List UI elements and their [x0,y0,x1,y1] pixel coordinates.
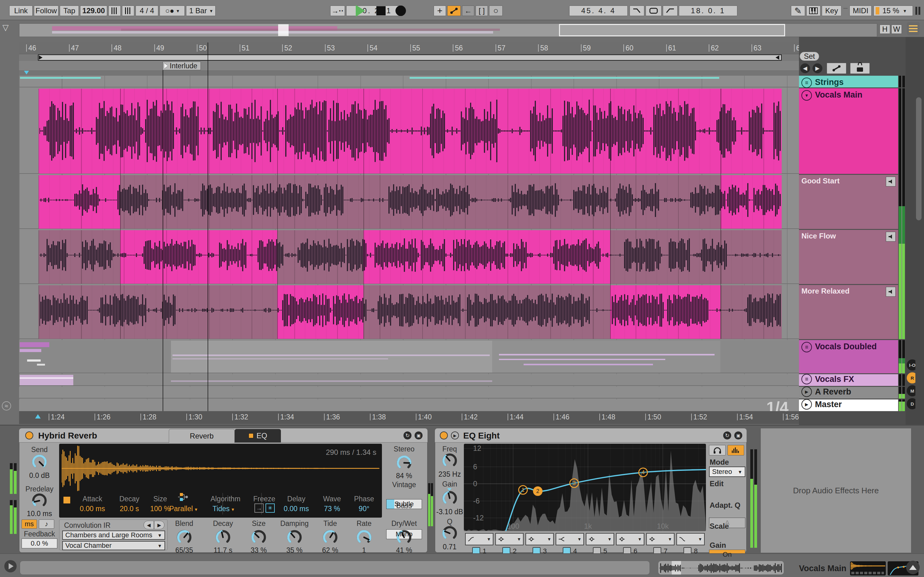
follow-playhead-button[interactable]: →·· [330,6,345,16]
clip-overview-strip[interactable] [658,561,784,575]
damping-knob-group[interactable]: Damping 35 % [276,519,313,554]
track-header-master[interactable]: ▶ Master [799,400,898,411]
audition-take-button[interactable] [886,177,896,187]
time-label[interactable]: 1:38 [370,414,386,421]
spectrum-toggle-button[interactable] [727,445,744,455]
time-label[interactable]: 1:28 [141,414,157,421]
predelay-knob[interactable] [31,492,48,509]
a-reverb-row[interactable] [19,387,799,398]
midi-map-button[interactable]: MIDI [850,6,872,16]
master-row[interactable] [19,400,799,411]
capture-midi-button[interactable]: [ ] [475,6,488,16]
strings-clip-segment[interactable] [410,77,719,79]
save-preset-button[interactable]: ▣ [734,432,742,440]
tab-eq[interactable]: EQ [235,429,281,443]
punch-in-button[interactable] [630,6,645,16]
arrangement-overview[interactable] [19,23,877,37]
bar-number[interactable]: 47 [69,44,79,52]
loop-end-handle[interactable] [775,55,779,60]
time-label[interactable]: 1:52 [691,414,707,421]
bar-number[interactable]: 46 [26,44,36,52]
group-fold-icon[interactable]: ≡ [801,374,812,384]
band-filter-type-dropdown[interactable]: ▼ [586,533,614,545]
audition-take-button[interactable] [886,232,896,242]
ir-next-button[interactable]: ▸ [154,521,165,529]
decay-value[interactable]: 20.0 s [120,504,139,513]
band-filter-type-dropdown[interactable]: ▼ [646,533,675,545]
band-filter-type-dropdown[interactable]: ▼ [616,533,645,545]
time-label[interactable]: 1:42 [462,414,478,421]
gain-knob[interactable] [441,490,458,506]
blend-knob[interactable] [176,529,192,546]
hamburger-menu-button[interactable] [907,22,920,35]
algorithm-value[interactable]: Tides ▾ [213,504,234,513]
time-label[interactable]: 1:24 [48,414,65,421]
record-button[interactable] [393,4,409,17]
decay-knob-group[interactable]: Decay 11.7 s [205,519,241,554]
vocals-fx-row[interactable] [19,374,799,386]
midi-clip-block[interactable] [171,341,492,373]
bar-number[interactable]: 60 [624,44,633,52]
cpu-meter[interactable]: 15 %▾ [874,6,913,16]
bar-number[interactable]: 50 [197,44,207,52]
track-header-strings[interactable]: ≡ Strings [799,76,898,87]
time-label[interactable]: 1:30 [186,414,202,421]
set-locator-button[interactable]: Set [800,52,819,61]
fx-clip[interactable] [20,375,73,385]
hotswap-button[interactable]: ↻ [404,432,412,440]
bar-number[interactable]: 64 [794,44,799,52]
band-filter-type-dropdown[interactable]: ▼ [525,533,554,545]
strings-clip-segment[interactable] [20,77,101,79]
follow-behavior-icon[interactable]: ≈ [2,401,11,411]
next-locator-button[interactable]: ▶ [813,63,822,73]
tempo-field[interactable]: 129.00 [80,6,107,16]
time-label[interactable]: 1:56 [783,414,799,421]
size-knob[interactable] [250,529,267,546]
predelay-value[interactable]: 10.0 ms [27,509,52,518]
eq-curve-display[interactable]: 1 2 3 41260-6-121001k10k [464,444,706,531]
rate-knob-group[interactable]: Rate 1 [346,519,383,554]
q-value[interactable]: 0.71 [443,543,457,551]
track-header-vocals-doubled[interactable]: ≡ Vocals Doubled [799,340,898,373]
band-filter-type-dropdown[interactable]: ▼ [556,533,584,545]
nudge-up-button[interactable] [122,6,134,16]
tab-reverb[interactable]: Reverb [169,429,235,443]
overview-width-button[interactable]: W [891,25,902,34]
bar-number[interactable]: 52 [282,44,292,52]
delay-value[interactable]: 0.00 ms [284,504,309,513]
time-label[interactable]: 1:34 [278,414,294,421]
prev-locator-button[interactable]: ◀ [800,63,810,73]
vertical-scrollbar[interactable] [915,76,922,411]
track-header-vocals-fx[interactable]: ≡ Vocals FX [799,374,898,386]
routing-icon[interactable] [176,492,191,501]
mode-dropdown[interactable]: Stereo▼ [709,467,745,477]
midi-clip-block[interactable] [492,341,720,373]
device-title[interactable]: EQ Eight [463,431,499,441]
attack-value[interactable]: 0.00 ms [80,504,105,513]
freeze-button[interactable]: ✳ [265,503,275,513]
time-ruler[interactable]: 1:241:261:281:301:321:341:361:381:401:42… [19,411,799,424]
time-signature-field[interactable]: 4 / 4 [136,6,158,16]
time-label[interactable]: 1:26 [95,414,111,421]
bar-number[interactable]: 58 [538,44,548,52]
unfold-master-icon[interactable]: ▶ [801,399,812,409]
take-header-nice-flow[interactable]: Nice Flow [799,230,898,284]
preview-play-button[interactable] [4,560,17,572]
predelay-ms-toggle[interactable]: ms [21,519,37,529]
group-fold-icon[interactable]: ≡ [801,342,812,352]
bar-number[interactable]: 62 [709,44,719,52]
time-label[interactable]: 1:46 [554,414,570,421]
track-header-a-reverb[interactable]: ▶ A Reverb [799,387,898,398]
hotswap-button[interactable]: ↻ [723,432,731,440]
stereo-knob[interactable] [396,455,412,471]
freeze-in-button[interactable]: → [254,503,264,513]
loop-start-field[interactable]: 45. 4. 4 [569,6,628,16]
size-value[interactable]: 100 % [150,504,170,513]
time-label[interactable]: 1:36 [324,414,340,421]
automation-mode-button[interactable] [827,63,846,74]
time-label[interactable]: 1:48 [599,414,615,421]
band-filter-type-dropdown[interactable]: ▼ [495,533,523,545]
ir-category-dropdown[interactable]: Chambers and Large Rooms▼ [62,530,165,540]
time-label[interactable]: 1:50 [645,414,661,421]
bar-number[interactable]: 57 [496,44,506,52]
